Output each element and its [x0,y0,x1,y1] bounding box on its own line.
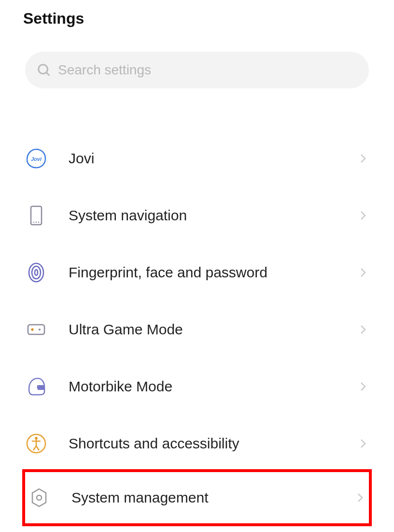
list-item-system-management[interactable]: System management [22,469,372,526]
list-item-label: Jovi [69,150,357,167]
list-item-label: Motorbike Mode [69,378,357,395]
svg-text:Jovi: Jovi [31,156,42,162]
search-input[interactable] [58,62,357,78]
list-item-label: System navigation [69,207,357,224]
svg-marker-20 [32,489,46,506]
search-box[interactable] [25,52,369,88]
phone-icon [25,204,47,227]
svg-line-1 [47,73,50,76]
chevron-right-icon [357,324,369,335]
gamepad-icon [25,318,47,341]
fingerprint-icon [25,261,47,284]
svg-point-5 [36,222,37,223]
list-item-system-navigation[interactable]: System navigation [25,187,369,244]
list-item-jovi[interactable]: Jovi Jovi [25,130,369,187]
svg-line-18 [33,446,36,450]
svg-point-4 [33,222,34,223]
svg-point-15 [35,437,38,440]
chevron-right-icon [357,438,369,449]
svg-point-9 [35,270,38,275]
chevron-right-icon [357,267,369,278]
chevron-right-icon [357,210,369,221]
page-title: Settings [23,10,371,28]
svg-point-13 [39,329,41,331]
list-item-label: System management [71,489,354,506]
svg-point-0 [39,65,48,74]
svg-rect-10 [28,325,44,334]
list-item-fingerprint[interactable]: Fingerprint, face and password [25,244,369,301]
gear-icon [28,487,50,509]
search-container [0,32,394,102]
list-item-label: Ultra Game Mode [69,321,357,338]
svg-point-8 [32,266,41,279]
chevron-right-icon [354,492,366,503]
svg-point-6 [38,222,39,223]
search-icon [37,63,51,77]
helmet-icon [25,375,47,398]
list-item-shortcuts-accessibility[interactable]: Shortcuts and accessibility [25,415,369,472]
accessibility-icon [25,432,47,455]
svg-line-19 [36,446,39,450]
settings-list: Jovi Jovi System navigation [0,102,394,526]
list-item-label: Shortcuts and accessibility [69,435,357,452]
list-item-ultra-game-mode[interactable]: Ultra Game Mode [25,301,369,358]
list-item-motorbike-mode[interactable]: Motorbike Mode [25,358,369,415]
chevron-right-icon [357,153,369,164]
page-header: Settings [0,0,394,32]
svg-point-21 [37,495,42,500]
list-item-label: Fingerprint, face and password [69,264,357,281]
chevron-right-icon [357,381,369,392]
jovi-icon: Jovi [25,147,47,170]
